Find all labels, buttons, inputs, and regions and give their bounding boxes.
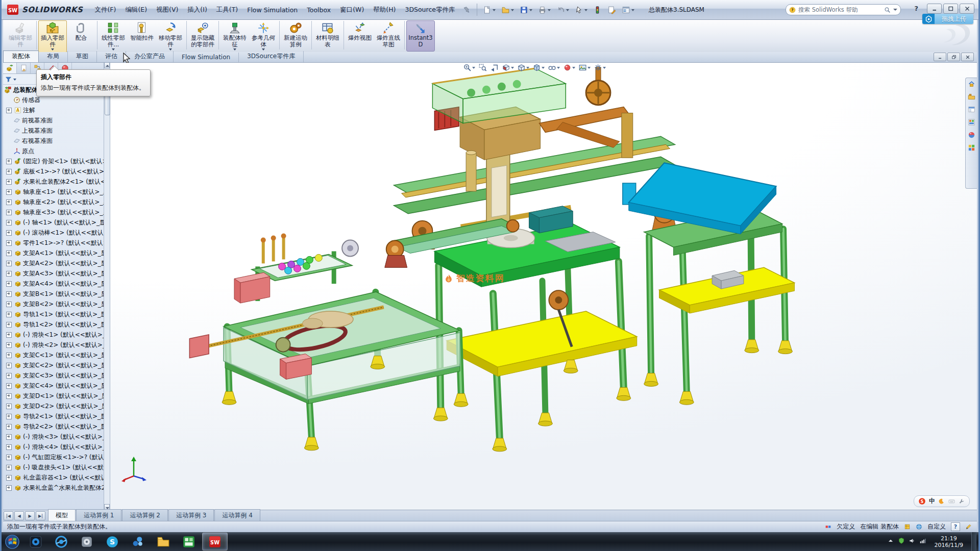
tree-item[interactable]: 支架C<1> (默认<<默认>_显示状态 1>) (3, 350, 104, 360)
tree-item[interactable]: 右视基准面 (3, 136, 104, 146)
tool-traffic[interactable] (592, 5, 603, 15)
dropdown-arrow-icon[interactable] (548, 9, 551, 13)
expand-icon[interactable] (6, 169, 12, 174)
expand-icon[interactable] (6, 210, 12, 215)
hopper[interactable] (432, 68, 566, 123)
select-cursor-icon[interactable] (575, 6, 583, 14)
sogou-logo-icon[interactable]: S (918, 497, 926, 505)
doc-close-button[interactable] (961, 53, 974, 61)
ribbon-button-instant3d[interactable]: Instant3D (406, 20, 435, 52)
menu-item-1[interactable]: 编辑(E) (120, 4, 152, 16)
taskpane-tab-sw-resources[interactable] (968, 80, 975, 89)
tree-item[interactable]: 轴承座<2> (默认<<默认>_显示状态 1>) (3, 197, 104, 207)
tree-item[interactable]: 上视基准面 (3, 126, 104, 136)
center-machine[interactable] (410, 67, 677, 452)
menu-item-5[interactable]: Flow Simulation (242, 5, 302, 15)
taskbar-app-folder[interactable] (151, 533, 176, 550)
tree-item[interactable]: 水果礼盒盖^水果礼盒装配体2<1> (默认<<默认>_显示状态 1>) (3, 483, 104, 493)
expand-icon[interactable] (6, 159, 12, 164)
tool-print[interactable] (536, 5, 552, 15)
expand-icon[interactable] (6, 108, 12, 113)
tree-item[interactable]: 支架C<2> (默认<<默认>_显示状态 1>) (3, 360, 104, 370)
ribbon-button-move-component[interactable]: 移动零部件 (156, 20, 185, 53)
taskbar-app-app-gray[interactable] (75, 533, 99, 550)
print-icon[interactable] (538, 6, 547, 14)
taskbar-app-internet-explorer[interactable] (49, 533, 74, 550)
expand-icon[interactable] (6, 444, 12, 450)
tree-item[interactable]: 轴承座<1> (默认<<默认>_显示状态 1>) (3, 187, 104, 197)
expand-icon[interactable] (6, 230, 12, 236)
tray-tray-network[interactable] (919, 537, 926, 546)
moon-icon[interactable] (938, 498, 945, 505)
left-machine[interactable] (189, 234, 468, 450)
tree-item[interactable]: (-) 滑块<3> (默认<<默认>_显示状态 1>) (3, 432, 104, 442)
tree-item[interactable]: (-) 滑块<4> (默认<<默认>_显示状态 1>) (3, 442, 104, 452)
taskpane-tab-custom-properties[interactable] (968, 144, 975, 153)
tree-item[interactable]: 导轨2<2> (默认<<默认>_显示状态 1>) (3, 421, 104, 432)
expand-icon[interactable] (6, 281, 12, 287)
ribbon-button-motion-study[interactable]: 新建运动算例 (281, 20, 310, 52)
tool-save[interactable] (518, 5, 534, 15)
taskpane-tab-file-explorer[interactable] (968, 106, 975, 115)
display-style-icon[interactable] (532, 63, 541, 72)
dropdown-arrow-icon[interactable] (526, 67, 529, 70)
expand-icon[interactable] (6, 383, 12, 389)
section-view-icon[interactable] (502, 63, 510, 72)
dropdown-arrow-icon[interactable] (511, 9, 514, 13)
tree-item[interactable]: (-) 滚动棒<1> (默认<<默认>_显示状态 1>) (3, 228, 104, 238)
tree-item[interactable]: 礼盒盖容器<1> (默认<<默认>_显示状态 1>) (3, 472, 104, 483)
headsup-display-style[interactable] (532, 63, 545, 72)
show-desktop-button[interactable] (971, 532, 976, 551)
panel-tab-propertymanager[interactable] (17, 62, 31, 73)
headsup-prev-view[interactable] (489, 63, 499, 72)
tool-open[interactable] (500, 5, 516, 15)
assembly-3d-model[interactable] (109, 62, 977, 508)
tree-item[interactable]: 支架B<1> (默认<<默认>_显示状态 1>) (3, 289, 104, 299)
ime-language-indicator[interactable]: 中 (929, 497, 935, 506)
minimize-button[interactable] (927, 4, 942, 14)
pin-menu-icon[interactable] (462, 6, 470, 13)
expand-icon[interactable] (6, 179, 12, 185)
headsup-view-settings[interactable] (593, 63, 606, 72)
search-box[interactable]: ? 搜索 SolidWorks 帮助 (786, 4, 901, 15)
expand-icon[interactable] (6, 475, 12, 481)
doc-restore-button[interactable] (947, 53, 960, 61)
tree-item[interactable]: (-) 气缸固定板<1>->? (默认<<默认>_显示状态 1>) (3, 452, 104, 462)
ribbon-button-smart-fasteners[interactable]: 智能扣件 (128, 20, 156, 52)
motion-tab-1[interactable]: 运动算例 1 (76, 509, 121, 521)
menu-item-8[interactable]: 帮助(H) (369, 4, 400, 16)
expand-icon[interactable] (6, 199, 12, 205)
tree-item[interactable]: 导轨2<1> (默认<<默认>_显示状态 1>) (3, 411, 104, 421)
headsup-zoom-area[interactable] (478, 63, 487, 72)
filter-funnel-icon[interactable] (5, 76, 12, 83)
tree-item[interactable]: 零件1<1>->? (默认<<默认>_显示状态 1>) (3, 238, 104, 248)
status-edit-pencil-icon[interactable] (965, 523, 972, 530)
tree-item[interactable]: 前视基准面 (3, 115, 104, 126)
tree-item[interactable]: 支架A<2> (默认<<默认>_显示状态 1>) (3, 258, 104, 268)
drag-upload-button[interactable]: 拖拽上传 (922, 14, 973, 24)
tool-select-cursor[interactable] (573, 5, 589, 15)
expand-icon[interactable] (6, 332, 12, 338)
cmd-tab-2[interactable]: 草图 (68, 51, 97, 62)
cmd-tab-3[interactable]: 评估 (97, 51, 126, 62)
tree-item[interactable]: (-) 轴<1> (默认<<默认>_显示状态 1>) (3, 217, 104, 228)
tree-item[interactable]: 支架C<3> (默认<<默认>_显示状态 1>) (3, 370, 104, 381)
dropdown-arrow-icon[interactable] (584, 9, 587, 13)
tab-scroll-next-button[interactable]: ▶ (25, 511, 35, 520)
expand-icon[interactable] (6, 434, 12, 440)
tree-item[interactable]: (-) 滑块<2> (默认<<默认>_显示状态 1>) (3, 340, 104, 350)
expand-icon[interactable] (6, 322, 12, 328)
tree-item[interactable]: 支架C<4> (默认<<默认>_显示状态 1>) (3, 381, 104, 391)
menu-item-0[interactable]: 文件(F) (90, 4, 120, 16)
save-icon[interactable] (520, 6, 528, 14)
ribbon-button-linear-pattern[interactable]: 线性零部件... (99, 20, 128, 53)
menu-item-2[interactable]: 视图(V) (152, 4, 183, 16)
status-sheet-icon[interactable] (904, 523, 911, 530)
start-button[interactable] (2, 532, 23, 551)
tray-tray-up[interactable] (887, 537, 894, 546)
tree-item[interactable]: 传感器 (3, 95, 104, 105)
tree-item[interactable]: (-) 滑块<1> (默认<<默认>_显示状态 1>) (3, 330, 104, 340)
tree-item[interactable]: 支架D<1> (默认<<默认>_显示状态 1>) (3, 391, 104, 401)
tree-item[interactable]: 导轨1<1> (默认<<默认>_显示状态 1>) (3, 309, 104, 319)
tray-tray-shield[interactable] (898, 537, 905, 546)
